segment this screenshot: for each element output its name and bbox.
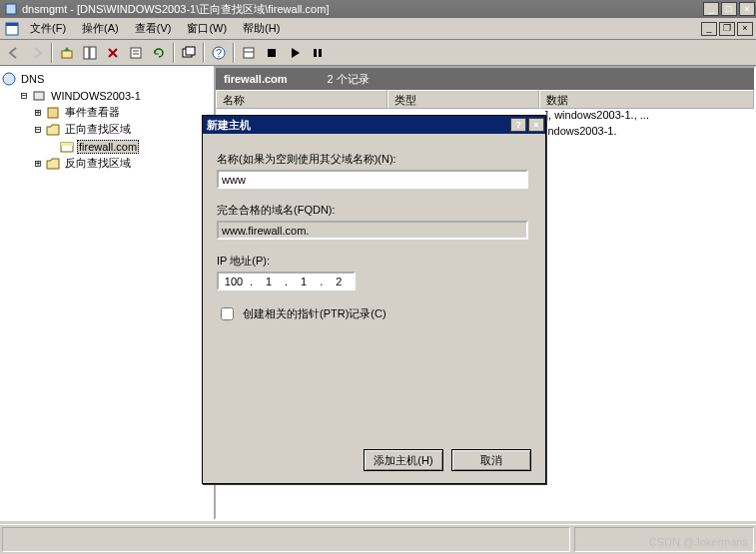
filter-button[interactable] [238, 42, 260, 64]
mdi-close-button[interactable]: × [737, 22, 753, 36]
expand-icon[interactable]: ⊞ [30, 106, 46, 119]
ip-seg-4[interactable] [324, 275, 354, 288]
tree-eventviewer[interactable]: ⊞ 事件查看器 [2, 104, 210, 121]
svg-rect-13 [244, 48, 254, 58]
menubar: 文件(F) 操作(A) 查看(V) 窗口(W) 帮助(H) _ ❐ × [0, 18, 756, 40]
expand-icon[interactable]: ⊞ [30, 157, 46, 170]
play-button[interactable] [284, 42, 306, 64]
zone-name: firewall.com [224, 73, 288, 85]
svg-rect-17 [319, 49, 322, 57]
new-host-dialog: 新建主机 ? × 名称(如果为空则使用其父域名称)(N): 完全合格的域名(FQ… [202, 115, 546, 484]
svg-rect-4 [84, 47, 89, 59]
dialog-title: 新建主机 [207, 118, 251, 133]
forward-button[interactable] [26, 42, 48, 64]
ip-seg-2[interactable] [254, 275, 284, 288]
dialog-help-button[interactable]: ? [510, 118, 526, 132]
fqdn-input [217, 221, 528, 240]
svg-rect-20 [48, 108, 58, 118]
col-name[interactable]: 名称 [216, 90, 387, 109]
dns-icon [2, 72, 16, 86]
tree-forward-zones[interactable]: ⊟ 正向查找区域 [2, 121, 210, 138]
svg-rect-15 [268, 49, 276, 57]
ip-input[interactable]: . . . [217, 272, 356, 290]
folder-icon [46, 157, 60, 171]
taskbar [0, 520, 756, 554]
menu-window[interactable]: 窗口(W) [179, 19, 235, 38]
svg-rect-2 [6, 23, 18, 26]
svg-rect-6 [131, 48, 141, 58]
col-data[interactable]: 数据 [539, 90, 754, 109]
col-type[interactable]: 类型 [387, 90, 539, 109]
tree-zone-firewall[interactable]: firewall.com [2, 138, 210, 155]
book-icon [46, 106, 60, 120]
new-window-button[interactable] [178, 42, 200, 64]
zone-icon [60, 140, 74, 154]
pause-button[interactable] [307, 42, 329, 64]
svg-text:?: ? [216, 47, 222, 59]
taskbar-tray[interactable] [574, 527, 754, 552]
menu-file[interactable]: 文件(F) [22, 19, 74, 38]
svg-point-18 [3, 73, 15, 85]
folder-open-icon [46, 123, 60, 137]
close-button[interactable]: × [739, 2, 755, 16]
minimize-button[interactable]: _ [703, 2, 719, 16]
menu-action[interactable]: 操作(A) [74, 19, 127, 38]
collapse-icon[interactable]: ⊟ [30, 123, 46, 136]
cancel-button[interactable]: 取消 [451, 449, 531, 471]
up-button[interactable] [56, 42, 78, 64]
show-tree-button[interactable] [79, 42, 101, 64]
menu-help[interactable]: 帮助(H) [235, 19, 288, 38]
ip-seg-1[interactable] [219, 275, 249, 288]
tree-pane[interactable]: DNS ⊟ WINDOWS2003-1 ⊞ 事件查看器 ⊟ 正向查找区域 fir… [0, 66, 214, 520]
maximize-button[interactable]: □ [721, 2, 737, 16]
column-headers: 名称 类型 数据 [216, 90, 754, 109]
delete-button[interactable] [102, 42, 124, 64]
ptr-checkbox[interactable] [221, 307, 234, 320]
taskbar-slot[interactable] [2, 527, 570, 552]
name-label: 名称(如果为空则使用其父域名称)(N): [217, 152, 531, 167]
app-icon [4, 2, 18, 16]
dialog-close-button[interactable]: × [528, 118, 544, 132]
back-button[interactable] [3, 42, 25, 64]
server-icon [32, 89, 46, 103]
tree-server[interactable]: ⊟ WINDOWS2003-1 [2, 87, 210, 104]
system-menu-icon[interactable] [2, 22, 22, 36]
refresh-button[interactable] [148, 42, 170, 64]
fqdn-label: 完全合格的域名(FQDN): [217, 203, 531, 218]
menu-view[interactable]: 查看(V) [127, 19, 180, 38]
name-input[interactable] [217, 170, 528, 189]
collapse-icon[interactable]: ⊟ [16, 89, 32, 102]
window-title: dnsmgmt - [DNS\WINDOWS2003-1\正向查找区域\fire… [22, 2, 702, 17]
svg-rect-0 [6, 4, 16, 14]
svg-rect-10 [186, 47, 195, 55]
svg-rect-19 [34, 92, 44, 100]
tree-root-dns[interactable]: DNS [2, 70, 210, 87]
stop-button[interactable] [261, 42, 283, 64]
zone-record-count: 2 个记录 [328, 72, 370, 87]
main-titlebar: dnsmgmt - [DNS\WINDOWS2003-1\正向查找区域\fire… [0, 0, 756, 18]
svg-rect-22 [61, 143, 73, 146]
ptr-checkbox-row[interactable]: 创建相关的指针(PTR)记录(C) [217, 304, 531, 323]
ip-seg-3[interactable] [289, 275, 319, 288]
mdi-minimize-button[interactable]: _ [701, 22, 717, 36]
svg-rect-16 [314, 49, 317, 57]
tree-reverse-zones[interactable]: ⊞ 反向查找区域 [2, 155, 210, 172]
svg-rect-5 [90, 47, 96, 59]
properties-button[interactable] [125, 42, 147, 64]
dialog-titlebar[interactable]: 新建主机 ? × [203, 116, 545, 134]
zone-header: firewall.com 2 个记录 [216, 68, 754, 90]
add-host-button[interactable]: 添加主机(H) [364, 449, 443, 471]
svg-rect-3 [62, 51, 72, 58]
toolbar: ? [0, 40, 756, 66]
ip-label: IP 地址(P): [217, 254, 531, 269]
help-button[interactable]: ? [208, 42, 230, 64]
mdi-restore-button[interactable]: ❐ [719, 22, 735, 36]
ptr-label: 创建相关的指针(PTR)记录(C) [243, 306, 386, 321]
